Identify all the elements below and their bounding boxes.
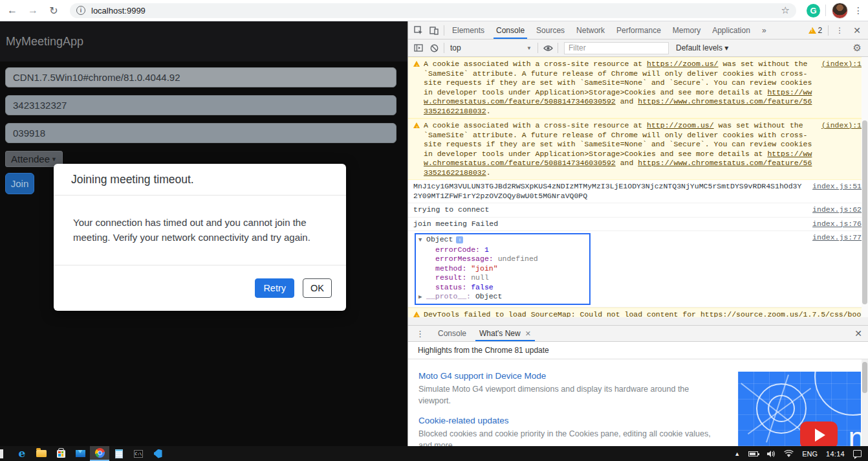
- taskbar-mail-icon[interactable]: [71, 446, 90, 461]
- live-expression-eye-icon[interactable]: [540, 41, 556, 55]
- cdn-version-field[interactable]: [5, 67, 396, 87]
- taskbar-notepad-icon[interactable]: [109, 446, 129, 461]
- scrollbar-thumb[interactable]: [862, 120, 867, 304]
- console-scrollbar[interactable]: [862, 57, 868, 317]
- zoom-us-link[interactable]: https://zoom.us/: [647, 60, 718, 68]
- toolbar-divider: [825, 5, 826, 16]
- inspect-element-icon[interactable]: [411, 23, 426, 38]
- console-toolbar: top ▼ Default levels ▾ ⚙: [408, 39, 868, 57]
- speaker-icon[interactable]: [766, 450, 776, 458]
- youtube-play-icon[interactable]: [800, 422, 838, 446]
- modal-header: Joining meeting timeout.: [54, 164, 346, 196]
- console-filter-input[interactable]: [564, 42, 669, 54]
- devtools-close-icon[interactable]: ✕: [849, 25, 865, 36]
- log-levels-dropdown[interactable]: Default levels ▾: [673, 43, 732, 52]
- whats-new-scrollbar[interactable]: [862, 359, 868, 446]
- dropdown-caret-icon: ▼: [51, 156, 57, 163]
- cookie-updates-link[interactable]: Cookie-related updates: [418, 416, 716, 425]
- wifi-icon[interactable]: [784, 450, 794, 458]
- site-info-icon[interactable]: i: [76, 6, 85, 15]
- drawer-tab-whats-new[interactable]: What's New ✕: [473, 326, 537, 341]
- device-toolbar-icon[interactable]: [426, 23, 442, 38]
- warning-count: 2: [818, 26, 823, 35]
- action-center-icon[interactable]: [853, 450, 862, 457]
- scrollbar-thumb[interactable]: [862, 362, 867, 393]
- back-icon[interactable]: ←: [4, 2, 21, 19]
- meeting-number-field[interactable]: [5, 95, 396, 115]
- profile-avatar[interactable]: [832, 3, 848, 19]
- warning-count-badge[interactable]: 2: [806, 26, 825, 35]
- reload-icon[interactable]: ↻: [45, 2, 62, 19]
- moto-g4-desc: Simulate Moto G4 viewport dimensions and…: [418, 384, 716, 407]
- close-tab-icon[interactable]: ✕: [525, 330, 531, 338]
- object-info-icon[interactable]: i: [456, 236, 463, 243]
- toolbar-divider: [537, 43, 538, 53]
- thumbnail-letter: n: [848, 420, 861, 446]
- source-link[interactable]: (index):1: [821, 60, 862, 69]
- frame-context-dropdown[interactable]: top ▼: [446, 43, 536, 52]
- console-log-token: index.js:51 MnJ1cy1GM3VULUN3TGJBd2RWSXpK…: [408, 180, 868, 203]
- moto-g4-link[interactable]: Moto G4 support in Device Mode: [418, 371, 716, 381]
- join-button[interactable]: Join: [5, 173, 34, 194]
- tab-performance[interactable]: Performance: [611, 21, 667, 39]
- taskbar-vscode-icon[interactable]: [148, 446, 168, 461]
- devtools-tabbar: Elements Console Sources Network Perform…: [408, 21, 868, 39]
- devtools-menu-icon[interactable]: ⋮: [832, 23, 847, 38]
- dropdown-caret-icon: ▼: [526, 45, 532, 51]
- drawer-tabbar: ⋮ Console What's New ✕ ✕: [408, 326, 868, 342]
- taskbar-edge-icon[interactable]: e: [12, 446, 32, 461]
- console-warning-samesite-https: (index):1 A cookie associated with a cro…: [408, 57, 868, 118]
- taskbar-store-icon[interactable]: [51, 446, 71, 461]
- whats-new-header: Highlights from the Chrome 81 update: [408, 342, 868, 359]
- source-link[interactable]: index.js:62: [812, 205, 862, 215]
- start-button-partial[interactable]: [0, 449, 3, 458]
- retry-button[interactable]: Retry: [255, 278, 294, 298]
- tray-language[interactable]: ENG: [802, 450, 818, 458]
- tab-elements[interactable]: Elements: [446, 21, 490, 39]
- drawer-menu-icon[interactable]: ⋮: [409, 329, 431, 339]
- modal-body-text: Your connection has timed out and you ca…: [54, 196, 346, 265]
- more-tabs-icon[interactable]: »: [756, 21, 772, 39]
- tab-memory[interactable]: Memory: [667, 21, 706, 39]
- modal-footer: Retry OK: [54, 265, 346, 311]
- timeout-modal: Joining meeting timeout. Your connection…: [54, 164, 346, 311]
- tab-application[interactable]: Application: [706, 21, 756, 39]
- forward-icon[interactable]: →: [25, 2, 41, 19]
- meeting-app-page: MyMeetingApp Attendee ▼ Join Joining mee…: [0, 21, 407, 446]
- address-bar[interactable]: i localhost:9999 ☆: [70, 3, 796, 18]
- source-link[interactable]: index.js:77: [812, 233, 862, 243]
- tab-console[interactable]: Console: [490, 21, 530, 39]
- bookmark-star-icon[interactable]: ☆: [781, 5, 790, 16]
- drawer-tab-console[interactable]: Console: [431, 326, 473, 341]
- source-link[interactable]: index.js:51: [812, 182, 862, 192]
- object-root[interactable]: ▼Objecti: [418, 235, 585, 245]
- grammarly-extension-icon[interactable]: G: [807, 4, 820, 17]
- expand-triangle-icon[interactable]: ▼: [418, 236, 426, 245]
- video-thumbnail[interactable]: n: [738, 372, 861, 446]
- browser-toolbar: ← → ↻ i localhost:9999 ☆ G ⋮: [0, 0, 868, 21]
- taskbar-chrome-icon[interactable]: [90, 446, 109, 461]
- tab-sources[interactable]: Sources: [530, 21, 570, 39]
- battery-icon[interactable]: [748, 451, 758, 456]
- zoom-us-link[interactable]: http://zoom.us/: [647, 121, 714, 129]
- console-settings-gear-icon[interactable]: ⚙: [853, 42, 865, 54]
- tray-clock[interactable]: 14:14: [826, 450, 845, 458]
- devtools-panel: Elements Console Sources Network Perform…: [407, 21, 868, 446]
- tray-expand-icon[interactable]: ▲: [734, 451, 740, 457]
- drawer-close-icon[interactable]: ✕: [850, 328, 867, 339]
- object-proto-row[interactable]: ▶__proto__: Object: [418, 292, 585, 302]
- url-text[interactable]: localhost:9999: [91, 6, 781, 16]
- browser-menu-icon[interactable]: ⋮: [854, 5, 863, 16]
- source-link[interactable]: index.js:76: [812, 219, 862, 229]
- console-sidebar-icon[interactable]: [411, 41, 426, 55]
- source-link[interactable]: (index):1: [821, 121, 862, 131]
- expanded-object-tree[interactable]: ▼Objecti errorCode: 1 errorMessage: unde…: [415, 233, 591, 305]
- expand-triangle-icon[interactable]: ▶: [418, 293, 426, 302]
- taskbar-file-explorer-icon[interactable]: [32, 446, 51, 461]
- object-property: errorMessage: undefined: [418, 254, 585, 264]
- meeting-password-field[interactable]: [5, 123, 396, 143]
- tab-network[interactable]: Network: [570, 21, 611, 39]
- ok-button[interactable]: OK: [303, 278, 332, 298]
- taskbar-cmd-icon[interactable]: C:\: [129, 446, 148, 461]
- clear-console-icon[interactable]: [426, 41, 442, 55]
